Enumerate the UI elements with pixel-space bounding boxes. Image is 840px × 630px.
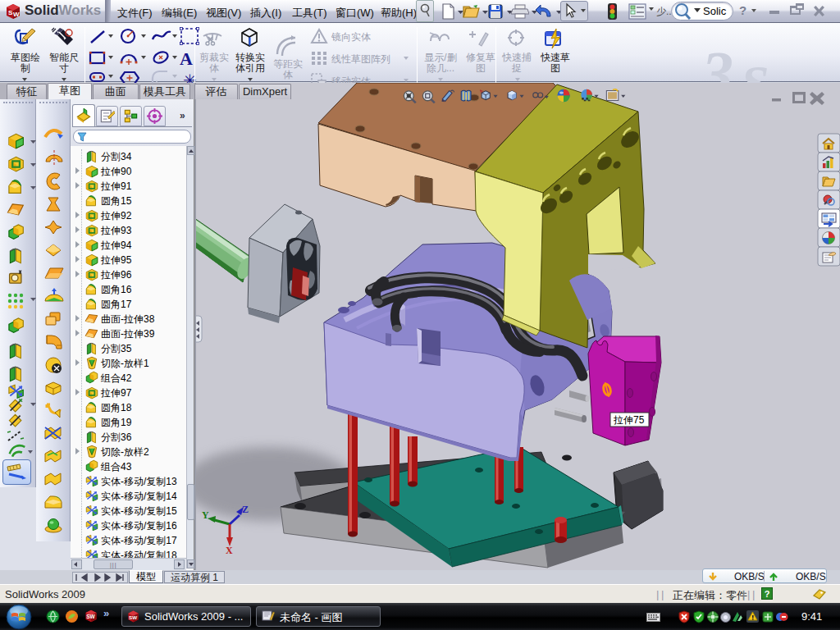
svg-text:SW: SW [129,614,137,620]
svg-text:拉伸75: 拉伸75 [613,414,645,426]
svg-text:Z: Z [242,504,249,515]
svg-text:SW: SW [86,614,95,619]
svg-text:X: X [226,545,233,556]
svg-text:Y: Y [202,509,209,521]
svg-text:W: W [13,11,20,18]
